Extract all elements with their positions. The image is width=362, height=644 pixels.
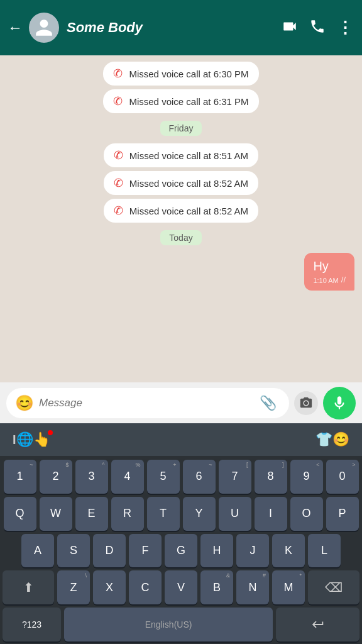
- key-0[interactable]: 0>: [326, 460, 359, 494]
- key-n[interactable]: N#: [236, 570, 269, 604]
- key-k[interactable]: K: [272, 534, 305, 568]
- missed-call-text: Missed voice call at 6:30 PM: [129, 69, 248, 79]
- key-l[interactable]: L: [308, 534, 341, 568]
- key-7[interactable]: 7[: [219, 460, 251, 494]
- globe-key[interactable]: 🌐: [16, 431, 33, 448]
- key-m[interactable]: M*: [272, 570, 305, 604]
- key-b[interactable]: B&: [200, 570, 233, 604]
- missed-call-text: Missed voice call at 6:31 PM: [129, 96, 248, 107]
- shift-key[interactable]: ⬆: [3, 570, 54, 604]
- sent-message-bubble: Hy 1:10 AM //: [304, 253, 354, 291]
- emoji-button[interactable]: 😊: [15, 394, 34, 412]
- number-row: 1~ 2$ 3^ 4% 5+ 6~ 7[ 8] 9< 0>: [3, 460, 359, 494]
- keyboard-toolbar: I 🌐 👆 👕 😊: [0, 423, 362, 456]
- missed-call-item[interactable]: ✆ Missed voice call at 6:30 PM: [103, 62, 258, 86]
- key-h[interactable]: H: [200, 534, 233, 568]
- person-icon: [34, 18, 54, 38]
- missed-call-text: Missed voice call at 8:52 AM: [129, 178, 248, 189]
- key-q[interactable]: Q: [4, 497, 36, 531]
- emoji-key[interactable]: 😊: [332, 431, 349, 448]
- message-time: 1:10 AM: [313, 277, 338, 284]
- keyboard-keys: 1~ 2$ 3^ 4% 5+ 6~ 7[ 8] 9< 0> Q W E R T …: [0, 456, 362, 644]
- shirt-key[interactable]: 👕: [315, 431, 332, 448]
- key-z[interactable]: Z\: [57, 570, 90, 604]
- bottom-row: ?123 English(US): [3, 608, 359, 641]
- zxcv-row: ⬆ Z\ X C V B& N# M* ⌫: [3, 570, 359, 604]
- key-6[interactable]: 6~: [183, 460, 216, 494]
- key-t[interactable]: T: [147, 497, 180, 531]
- space-key[interactable]: English(US): [64, 608, 273, 641]
- day-separator: Friday: [160, 121, 202, 136]
- key-s[interactable]: S: [57, 534, 90, 568]
- key-c[interactable]: C: [129, 570, 162, 604]
- missed-call-icon: ✆: [114, 148, 123, 162]
- missed-call-text: Missed voice call at 8:51 AM: [129, 150, 248, 161]
- video-camera-icon: [282, 18, 298, 35]
- missed-call-item[interactable]: ✆ Missed voice call at 8:52 AM: [104, 199, 258, 223]
- camera-icon: [299, 396, 313, 410]
- key-g[interactable]: G: [165, 534, 197, 568]
- qwerty-row: Q W E R T Y U I O P: [3, 497, 359, 531]
- key-d[interactable]: D: [93, 534, 126, 568]
- chat-header: ← Some Body ⋮: [0, 0, 362, 55]
- attach-button[interactable]: 📎: [260, 395, 277, 411]
- key-w[interactable]: W: [40, 497, 72, 531]
- key-f[interactable]: F: [129, 534, 162, 568]
- voice-call-button[interactable]: [309, 18, 326, 37]
- keyboard: I 🌐 👆 👕 😊 1~ 2$ 3^ 4% 5+ 6~ 7[ 8] 9< 0> …: [0, 423, 362, 644]
- key-j[interactable]: J: [236, 534, 269, 568]
- key-r[interactable]: R: [111, 497, 144, 531]
- contact-name[interactable]: Some Body: [67, 19, 282, 36]
- key-i[interactable]: I: [255, 497, 287, 531]
- key-5[interactable]: 5+: [147, 460, 180, 494]
- return-icon: [311, 618, 325, 631]
- message-input-bar: 😊 📎: [0, 382, 362, 423]
- video-call-button[interactable]: [282, 18, 298, 37]
- key-4[interactable]: 4%: [111, 460, 144, 494]
- missed-call-icon: ✆: [114, 176, 123, 190]
- key-o[interactable]: O: [290, 497, 323, 531]
- missed-call-item[interactable]: ✆ Missed voice call at 8:52 AM: [104, 171, 258, 195]
- missed-call-item[interactable]: ✆ Missed voice call at 8:51 AM: [104, 143, 258, 167]
- key-y[interactable]: Y: [183, 497, 216, 531]
- key-2[interactable]: 2$: [40, 460, 72, 494]
- message-input[interactable]: [39, 397, 260, 409]
- avatar[interactable]: [29, 13, 59, 43]
- missed-call-icon: ✆: [114, 204, 123, 218]
- symbols-key[interactable]: ?123: [3, 608, 61, 641]
- header-action-icons: ⋮: [282, 18, 354, 38]
- missed-call-icon: ✆: [113, 67, 123, 80]
- back-button[interactable]: ←: [8, 19, 23, 36]
- more-options-button[interactable]: ⋮: [337, 18, 354, 38]
- key-x[interactable]: X: [93, 570, 126, 604]
- key-3[interactable]: 3^: [75, 460, 108, 494]
- key-9[interactable]: 9<: [290, 460, 323, 494]
- key-u[interactable]: U: [219, 497, 251, 531]
- missed-call-icon: ✆: [113, 94, 123, 108]
- hand-key[interactable]: 👆: [33, 431, 50, 448]
- missed-call-item[interactable]: ✆ Missed voice call at 6:31 PM: [103, 89, 258, 113]
- chat-messages: ✆ Missed voice call at 6:30 PM ✆ Missed …: [0, 55, 362, 382]
- mic-button[interactable]: [323, 387, 356, 419]
- key-p[interactable]: P: [326, 497, 359, 531]
- backspace-key[interactable]: ⌫: [308, 570, 359, 604]
- missed-call-text: Missed voice call at 8:52 AM: [129, 206, 248, 216]
- key-8[interactable]: 8]: [255, 460, 287, 494]
- key-1[interactable]: 1~: [4, 460, 36, 494]
- message-text: Hy: [313, 259, 328, 273]
- message-ticks: //: [341, 275, 346, 284]
- day-separator-today: Today: [160, 230, 201, 245]
- key-v[interactable]: V: [165, 570, 197, 604]
- camera-button[interactable]: [294, 391, 318, 415]
- microphone-icon: [331, 395, 348, 411]
- asdf-row: A S D F G H J K L: [3, 534, 359, 568]
- key-a[interactable]: A: [21, 534, 54, 568]
- return-key[interactable]: [276, 608, 359, 641]
- message-input-box[interactable]: 😊 📎: [6, 388, 289, 418]
- phone-icon: [309, 18, 326, 35]
- key-e[interactable]: E: [75, 497, 108, 531]
